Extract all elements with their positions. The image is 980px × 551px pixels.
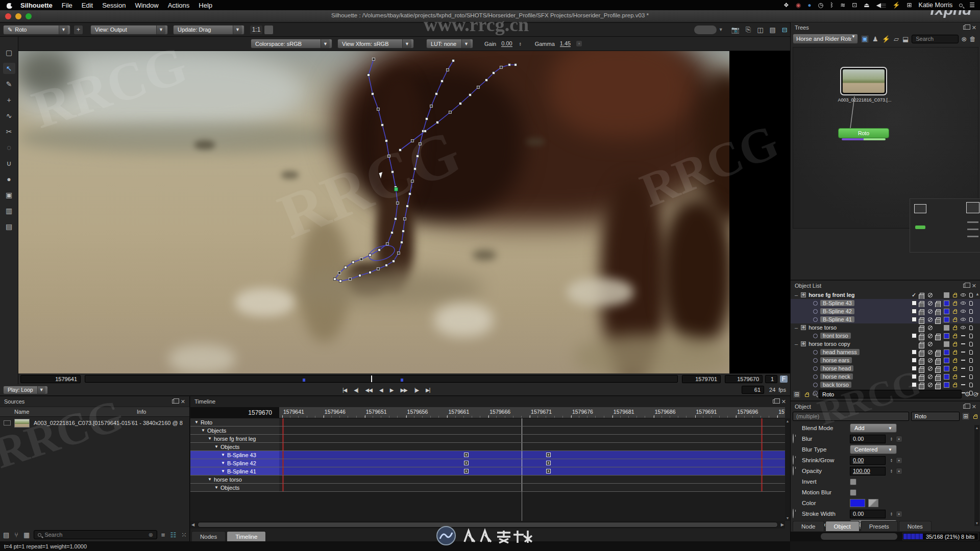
no-render-icon[interactable] (927, 373, 934, 380)
hidden-icon[interactable] (960, 373, 966, 380)
control-point[interactable] (447, 69, 449, 71)
track-name-horse-torso[interactable]: ▼horse torso (190, 475, 279, 484)
scissors-tool[interactable]: ✂ (3, 126, 15, 137)
layers-icon[interactable] (919, 316, 925, 322)
close-object-icon[interactable]: ✕ (972, 404, 976, 410)
object-row-horse-fg-front-leg[interactable]: –✥horse fg front leg✓ (791, 291, 980, 299)
control-point[interactable] (338, 272, 341, 274)
control-point[interactable] (485, 79, 488, 82)
control-point[interactable] (334, 278, 336, 281)
track-lane[interactable] (279, 484, 785, 492)
hidden-icon[interactable] (960, 341, 966, 347)
close-trees-icon[interactable]: ✕ (972, 24, 976, 31)
no-render-icon[interactable] (927, 324, 934, 331)
object-vscrollbar[interactable]: ▲▼ (974, 425, 979, 526)
no-render-icon[interactable] (927, 333, 934, 339)
chevron-down-icon[interactable]: ▼ (221, 469, 225, 473)
add-icon[interactable]: ⊞ (793, 390, 801, 398)
chevron-down-icon[interactable]: ▼ (208, 477, 212, 482)
spotlight-icon[interactable] (959, 2, 963, 9)
control-point[interactable] (419, 143, 422, 145)
no-render-icon[interactable] (927, 357, 934, 363)
layers-icon[interactable] (919, 373, 925, 380)
sources-col-name[interactable]: Name (14, 409, 137, 415)
lock-icon[interactable] (972, 413, 978, 419)
start-frame-field[interactable]: 1579641 (20, 375, 81, 383)
clear-search-icon[interactable]: ⊗ (149, 532, 153, 538)
detach-trees-icon[interactable] (963, 26, 968, 30)
chevron-down-icon[interactable]: ▼ (208, 436, 212, 441)
viewer-canvas[interactable] (18, 51, 790, 373)
control-point[interactable] (452, 60, 455, 62)
control-point[interactable] (398, 252, 400, 255)
object-row-b-spline-41[interactable]: B-Spline 41 (791, 315, 980, 323)
no-render-icon[interactable] (927, 316, 934, 322)
end-frame-field[interactable]: 1579701 (682, 375, 721, 383)
prop-reset-button[interactable]: ▪ (896, 457, 902, 464)
lock-icon[interactable] (951, 365, 958, 371)
prop-checkbox[interactable] (850, 489, 856, 496)
track-name-objects[interactable]: ▼Objects (190, 427, 279, 435)
track-name-objects[interactable]: ▼Objects (190, 443, 279, 451)
fill-icon[interactable] (911, 333, 917, 339)
control-point[interactable] (386, 243, 389, 245)
save-icon[interactable]: ⬓ (902, 35, 909, 43)
prop-spinner[interactable]: ▲▼ (890, 469, 893, 473)
control-point[interactable] (372, 93, 374, 95)
object-name-multiple[interactable]: (multiple) (793, 412, 909, 421)
tab-presets[interactable]: Presets (861, 521, 898, 531)
control-point[interactable] (369, 271, 372, 274)
node-selector-dropdown[interactable]: ✎Roto ▼ (3, 25, 70, 35)
keyframe-marker[interactable] (464, 453, 469, 457)
tab-timeline[interactable]: Timeline (227, 531, 266, 541)
prop-spinner[interactable]: ▲▼ (890, 512, 893, 516)
detach-object-icon[interactable] (963, 405, 968, 409)
update-mode-dropdown[interactable]: Update: Drag▼ (173, 25, 244, 35)
no-render-icon[interactable] (927, 292, 934, 298)
reshape-tool[interactable]: ▢ (3, 47, 15, 58)
list-view-icon[interactable]: ☷ (169, 531, 177, 539)
menu-item-actions[interactable]: Actions (163, 2, 194, 9)
collapse-icon[interactable]: – (795, 292, 798, 298)
keyframe-marker[interactable] (464, 469, 469, 473)
prop-select[interactable]: Centered▼ (850, 445, 897, 454)
magnet-tool[interactable]: ∪ (3, 158, 15, 169)
control-point[interactable] (399, 149, 402, 152)
control-point[interactable] (436, 121, 439, 124)
eye-icon[interactable] (960, 308, 966, 314)
timeline-current-frame[interactable]: 1579670 (190, 407, 279, 418)
track-lane[interactable] (279, 459, 785, 467)
control-point[interactable] (441, 80, 444, 83)
animate-clock-icon[interactable] (793, 434, 799, 443)
control-point[interactable] (393, 260, 395, 263)
control-point[interactable] (378, 249, 381, 252)
add-point-tool[interactable]: + (3, 94, 15, 106)
menu-item-edit[interactable]: Edit (77, 2, 97, 9)
object-row-horse-neck[interactable]: horse neck (791, 372, 980, 381)
eject-icon[interactable]: ⏏ (864, 2, 869, 9)
chevron-down-icon[interactable]: ▼ (221, 461, 225, 465)
tab-nodes[interactable]: Nodes (191, 531, 226, 541)
disable-icon[interactable]: ⊘ (973, 390, 978, 398)
prop-number-field[interactable]: 0.00 (850, 435, 886, 443)
control-point[interactable] (385, 140, 388, 142)
prop-number-field[interactable]: 0.00 (850, 456, 886, 465)
control-point[interactable] (449, 111, 452, 114)
next-keyframe-button[interactable]: |▶ (411, 387, 422, 393)
layers-tool[interactable]: ▥ (3, 205, 15, 216)
lock-icon[interactable] (951, 308, 958, 314)
control-point[interactable] (430, 105, 433, 108)
object-row-b-spline-42[interactable]: B-Spline 42 (791, 307, 980, 315)
stack-icon[interactable] (935, 349, 942, 355)
lock-icon[interactable] (951, 333, 958, 339)
control-point[interactable] (339, 280, 342, 283)
prop-spinner[interactable]: ▲▼ (890, 437, 893, 441)
color-swatch[interactable] (943, 373, 950, 380)
prop-number-field[interactable]: 0.00 (850, 510, 886, 518)
frame-count-field[interactable]: 61 (742, 386, 764, 394)
control-point[interactable] (391, 171, 394, 173)
airplay-icon[interactable]: ⊡ (852, 2, 857, 9)
prop-select[interactable]: Add▼ (850, 423, 897, 433)
control-point[interactable] (469, 94, 472, 96)
animate-clock-icon[interactable] (793, 456, 799, 465)
